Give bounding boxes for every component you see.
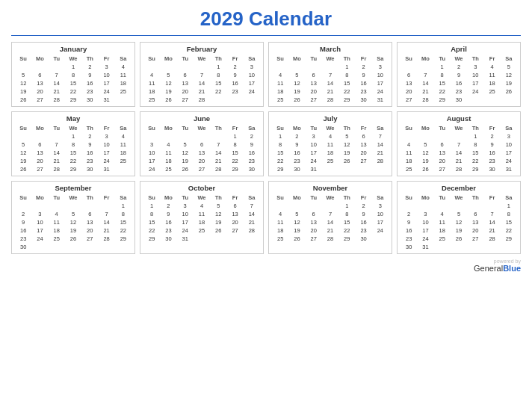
day-cell: 26 (15, 165, 31, 173)
day-cell: 3 (372, 63, 389, 71)
day-cell: 17 (417, 226, 433, 235)
day-cell: 7 (98, 210, 114, 218)
day-cell: 28 (210, 165, 226, 173)
day-cell: 6 (177, 71, 194, 79)
day-cell: 3 (98, 132, 114, 140)
day-header: Su (143, 55, 160, 63)
month-title: July (272, 114, 389, 123)
day-cell: 20 (306, 226, 322, 235)
day-cell: 31 (501, 165, 517, 173)
day-cell: 12 (65, 218, 81, 226)
day-cell: 16 (355, 218, 371, 226)
day-cell: 7 (49, 140, 65, 149)
page-title: 2029 Calendar (200, 7, 332, 31)
day-cell: 16 (483, 149, 500, 157)
day-cell: 18 (160, 157, 176, 165)
day-cell (288, 63, 305, 71)
day-header: Mo (417, 55, 433, 63)
day-cell (98, 202, 114, 210)
day-cell (434, 132, 451, 140)
day-header: We (194, 124, 210, 132)
month-block-may: MaySuMoTuWeThFrSa 1234567891011121314151… (11, 111, 135, 176)
day-cell (143, 132, 160, 140)
day-header: Sa (501, 55, 517, 63)
day-cell: 13 (31, 79, 48, 87)
day-header: Tu (306, 55, 322, 63)
day-cell: 8 (226, 140, 243, 149)
day-cell: 22 (338, 226, 355, 235)
powered-text: powered by (494, 259, 521, 264)
day-header: Mo (417, 194, 433, 202)
day-cell: 18 (115, 79, 132, 87)
day-cell: 30 (15, 243, 31, 251)
day-cell: 6 (467, 210, 483, 218)
month-title: January (15, 45, 132, 53)
day-cell: 22 (501, 226, 517, 235)
day-header: Su (143, 124, 160, 132)
day-cell: 31 (98, 96, 114, 104)
day-grid: SuMoTuWeThFrSa 1234567891011121314151617… (143, 55, 260, 104)
day-cell: 16 (226, 79, 243, 87)
day-cell: 29 (467, 165, 483, 173)
day-cell: 9 (355, 210, 371, 218)
day-header: Mo (31, 194, 48, 202)
day-cell: 19 (288, 87, 305, 96)
day-header: Fr (226, 55, 243, 63)
day-cell: 23 (400, 235, 417, 243)
day-cell: 25 (272, 96, 288, 104)
day-cell: 18 (400, 157, 417, 165)
day-header: Mo (160, 194, 176, 202)
day-cell: 8 (467, 140, 483, 149)
day-grid: SuMoTuWeThFrSa12345678910111213141516171… (272, 124, 389, 173)
day-cell: 27 (194, 165, 210, 173)
day-cell: 12 (417, 149, 433, 157)
day-cell: 22 (338, 87, 355, 96)
day-cell: 12 (288, 79, 305, 87)
day-cell: 21 (372, 149, 389, 157)
day-grid: SuMoTuWeThFrSa 1234567891011121314151617… (272, 55, 389, 104)
calendar-grid: JanuarySuMoTuWeThFrSa 123456789101112131… (11, 42, 521, 254)
day-header: Su (400, 55, 417, 63)
day-cell: 4 (115, 63, 132, 71)
day-cell: 23 (81, 157, 98, 165)
day-cell: 27 (306, 235, 322, 243)
day-cell: 10 (143, 149, 160, 157)
day-cell (467, 202, 483, 210)
day-header: Tu (306, 194, 322, 202)
day-cell: 3 (244, 63, 260, 71)
month-title: March (272, 45, 389, 53)
day-cell: 9 (451, 71, 467, 79)
day-header: Th (338, 194, 355, 202)
day-cell: 21 (322, 87, 338, 96)
day-cell: 14 (244, 210, 260, 218)
day-cell: 15 (338, 218, 355, 226)
day-cell: 5 (338, 132, 355, 140)
day-cell: 10 (372, 71, 389, 79)
day-cell (15, 132, 31, 140)
day-cell: 1 (467, 132, 483, 140)
day-cell (451, 132, 467, 140)
day-cell: 23 (81, 87, 98, 96)
day-cell: 10 (372, 210, 389, 218)
day-cell: 22 (115, 226, 132, 235)
day-cell: 1 (338, 202, 355, 210)
day-cell: 18 (194, 218, 210, 226)
day-cell (15, 202, 31, 210)
day-header: We (322, 55, 338, 63)
day-cell: 5 (65, 210, 81, 218)
day-cell: 23 (355, 226, 371, 235)
day-cell: 10 (244, 71, 260, 79)
day-header: We (322, 194, 338, 202)
day-cell: 20 (31, 87, 48, 96)
day-cell (417, 202, 433, 210)
day-header: Fr (483, 194, 500, 202)
day-cell: 18 (143, 87, 160, 96)
day-cell: 25 (194, 226, 210, 235)
day-cell: 1 (65, 63, 81, 71)
day-cell: 4 (160, 140, 176, 149)
day-header: Sa (244, 55, 260, 63)
brand-regular: General (474, 264, 503, 273)
day-header: Fr (483, 124, 500, 132)
month-block-december: DecemberSuMoTuWeThFrSa 12345678910111213… (397, 181, 521, 254)
day-cell: 13 (226, 210, 243, 218)
